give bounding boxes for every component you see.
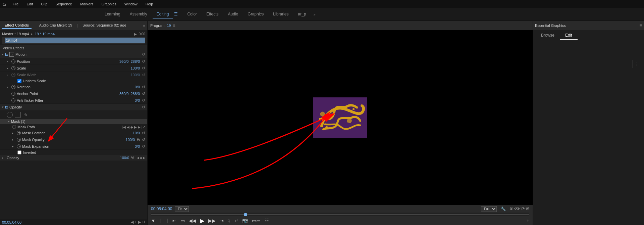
anchor-reset[interactable]: ↺ bbox=[142, 91, 145, 96]
anti-flicker-reset[interactable]: ↺ bbox=[142, 98, 145, 103]
opacity-bottom-val[interactable]: 100/0 bbox=[120, 156, 129, 160]
position-reset[interactable]: ↺ bbox=[142, 59, 145, 64]
mask-opacity-val[interactable]: 100/0 bbox=[126, 138, 135, 142]
prog-btn-in-point[interactable]: ∣ bbox=[160, 218, 162, 223]
ws-graphics-ws[interactable]: Graphics bbox=[244, 10, 268, 18]
anti-flicker-val[interactable]: 0/0 bbox=[135, 98, 140, 102]
mask-feather-stopwatch[interactable] bbox=[17, 131, 21, 135]
eg-menu-btn[interactable]: ≡ bbox=[639, 23, 642, 28]
mask-feather-val[interactable]: 10/0 bbox=[133, 131, 140, 135]
ws-arp[interactable]: ar_p bbox=[294, 10, 310, 18]
ws-effects[interactable]: Effects bbox=[202, 10, 222, 18]
ec-mini-timeline[interactable]: 19.mp4 bbox=[2, 37, 145, 44]
opacity-nav-next[interactable]: ▶ bbox=[143, 156, 145, 160]
ws-learning[interactable]: Learning bbox=[101, 10, 124, 18]
opacity-nav-prev[interactable]: ◀ bbox=[137, 156, 139, 160]
rotation-val[interactable]: 0/0 bbox=[135, 85, 140, 89]
mask-expansion-val[interactable]: 0/0 bbox=[135, 144, 140, 148]
mask-go-last[interactable]: ▶| bbox=[138, 125, 142, 129]
home-icon[interactable]: ⌂ bbox=[3, 1, 6, 7]
opacity-toggle-icon[interactable]: ▾ bbox=[2, 105, 4, 109]
rotation-toggle[interactable]: ▸ bbox=[7, 85, 10, 89]
mask-expand[interactable]: ⤢ bbox=[143, 125, 145, 129]
eg-align-icon[interactable]: ⋮ bbox=[633, 60, 641, 68]
mask-ellipse-btn[interactable] bbox=[7, 112, 13, 118]
position-toggle[interactable]: ▸ bbox=[7, 60, 10, 63]
tab-source[interactable]: Source: Sequence 02: age bbox=[80, 22, 129, 29]
prog-scrubber[interactable] bbox=[151, 213, 529, 216]
mask-pen-btn[interactable]: ✎ bbox=[23, 112, 29, 118]
prog-fit-select[interactable]: Fit bbox=[175, 206, 189, 212]
mask-feather-toggle[interactable]: ▸ bbox=[12, 131, 15, 135]
mask-opacity-toggle[interactable]: ▸ bbox=[12, 138, 15, 141]
ec-nav-next[interactable]: ▶ bbox=[138, 220, 141, 224]
prog-btn-go-in[interactable]: ⇤ bbox=[172, 218, 176, 223]
scale-width-stopwatch[interactable] bbox=[11, 73, 15, 77]
prog-btn-grid[interactable]: ☷ bbox=[265, 218, 269, 223]
eg-tab-edit[interactable]: Edit bbox=[560, 32, 578, 40]
scale-toggle[interactable]: ▸ bbox=[7, 66, 10, 70]
tab-audio-mixer[interactable]: Audio Clip Mixer: 19 bbox=[37, 22, 75, 29]
ec-nav-rotate[interactable]: ↺ bbox=[142, 220, 145, 224]
prog-btn-add[interactable]: + bbox=[527, 218, 529, 223]
mask-next[interactable]: ▶ bbox=[134, 125, 137, 129]
prog-timecode[interactable]: 00:05:04:00 bbox=[151, 207, 172, 211]
prog-btn-out-point[interactable]: ∣ bbox=[166, 218, 168, 223]
ws-more-icon[interactable]: » bbox=[311, 11, 317, 18]
anchor-stopwatch[interactable] bbox=[11, 92, 15, 96]
opacity-group-reset[interactable]: ↺ bbox=[142, 105, 145, 109]
mask-opacity-reset[interactable]: ↺ bbox=[142, 137, 145, 142]
menu-help[interactable]: Help bbox=[144, 1, 155, 7]
rotation-reset[interactable]: ↺ bbox=[142, 85, 145, 89]
opacity-group-header[interactable]: ▾ fx Opacity ↺ bbox=[0, 104, 147, 111]
ec-nav-add[interactable]: + bbox=[135, 220, 137, 224]
anti-flicker-stopwatch[interactable] bbox=[11, 98, 15, 102]
menu-edit[interactable]: Edit bbox=[25, 1, 34, 7]
menu-clip[interactable]: Clip bbox=[40, 1, 49, 7]
mask-rect-btn[interactable] bbox=[15, 112, 21, 118]
prog-btn-camera[interactable]: 📷 bbox=[242, 218, 248, 223]
prog-quality-select[interactable]: Full bbox=[481, 206, 497, 212]
anchor-val1[interactable]: 360/0 bbox=[119, 92, 129, 96]
motion-group-header[interactable]: ▾ fx □ Motion ↺ bbox=[0, 51, 147, 58]
eg-tab-browse[interactable]: Browse bbox=[536, 32, 560, 40]
scale-reset[interactable]: ↺ bbox=[142, 66, 145, 71]
scale-width-toggle[interactable]: ▸ bbox=[7, 73, 10, 77]
scale-width-reset[interactable]: ↺ bbox=[142, 73, 145, 77]
mask-go-first[interactable]: |◀ bbox=[122, 125, 126, 129]
prog-btn-overwrite[interactable]: ⤶ bbox=[234, 218, 238, 223]
uniform-scale-checkbox[interactable] bbox=[17, 79, 21, 83]
rotation-stopwatch[interactable] bbox=[11, 85, 15, 89]
position-stopwatch[interactable] bbox=[11, 59, 15, 63]
program-menu-icon[interactable]: ≡ bbox=[173, 23, 175, 28]
ws-assembly[interactable]: Assembly bbox=[126, 10, 151, 18]
mask-feather-reset[interactable]: ↺ bbox=[142, 131, 145, 135]
mask-add-kf[interactable]: ◆ bbox=[130, 125, 133, 129]
opacity-nav-kf[interactable]: ◆ bbox=[140, 156, 142, 160]
mask-prev[interactable]: ◀ bbox=[127, 125, 129, 129]
prog-btn-step-back[interactable]: ◀◀ bbox=[189, 218, 196, 223]
ec-nav-prev[interactable]: ◀ bbox=[131, 220, 133, 224]
menu-sequence[interactable]: Sequence bbox=[54, 1, 73, 7]
prog-btn-marker-in[interactable]: ▼ bbox=[151, 218, 156, 223]
inverted-checkbox[interactable] bbox=[17, 150, 21, 154]
mask-1-header[interactable]: ▾ Mask (1) bbox=[0, 119, 147, 124]
tab-effect-controls[interactable]: Effect Controls bbox=[2, 22, 32, 29]
panel-expand-btn[interactable]: » bbox=[143, 23, 145, 28]
mask-expansion-stopwatch[interactable] bbox=[17, 144, 21, 148]
motion-toggle-icon[interactable]: ▾ bbox=[2, 53, 4, 56]
menu-window[interactable]: Window bbox=[123, 1, 139, 7]
position-val1[interactable]: 360/0 bbox=[119, 59, 129, 63]
mask-1-toggle[interactable]: ▾ bbox=[8, 120, 10, 123]
play-btn[interactable]: ▶ bbox=[134, 32, 137, 36]
prog-btn-loop[interactable]: ▭ bbox=[180, 218, 185, 223]
scale-width-val[interactable]: 100/0 bbox=[130, 73, 140, 77]
scale-val[interactable]: 100/0 bbox=[130, 66, 140, 70]
scale-stopwatch[interactable] bbox=[11, 66, 15, 70]
menu-file[interactable]: File bbox=[11, 1, 20, 7]
position-val2[interactable]: 288/0 bbox=[130, 59, 140, 63]
ws-editing[interactable]: Editing bbox=[153, 10, 173, 18]
mask-expansion-reset[interactable]: ↺ bbox=[142, 144, 145, 149]
clip-label[interactable]: 19 * 19.mp4 bbox=[35, 32, 55, 36]
ws-audio[interactable]: Audio bbox=[224, 10, 243, 18]
